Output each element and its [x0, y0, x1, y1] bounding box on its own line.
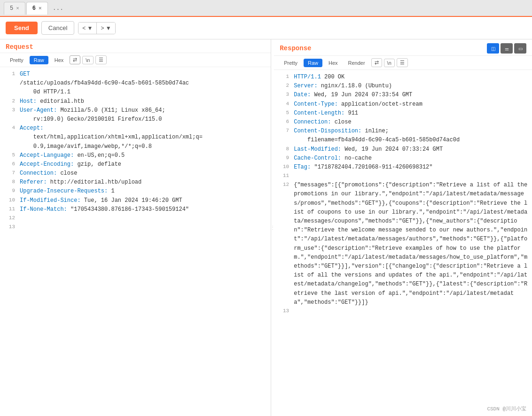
view-toggle: ◫ ⚌ ▭ [487, 43, 526, 54]
table-row: 1 GET /static/uploads/fb4a94dd-6c90-4ca5… [0, 70, 271, 97]
response-header: Response ◫ ⚌ ▭ [274, 39, 532, 56]
table-row: 12 {"messages":[{"promotions":{"descript… [274, 181, 532, 307]
send-button[interactable]: Send [6, 22, 38, 34]
response-raw-btn[interactable]: Raw [304, 59, 322, 67]
response-wrap-icon[interactable]: ⇄ [371, 58, 382, 67]
table-row: 5 Content-Length: 911 [274, 109, 532, 118]
table-row: 3 User-Agent: Mozilla/5.0 (X11; Linux x8… [0, 106, 271, 124]
cancel-button[interactable]: Cancel [41, 21, 74, 35]
tab-6-close[interactable]: × [39, 6, 42, 11]
nav-buttons: < ▼ > ▼ [78, 22, 115, 34]
tab-view-button[interactable]: ⚌ [501, 43, 513, 54]
request-newline-icon[interactable]: \n [82, 56, 93, 64]
table-row: 2 Host: editorial.htb [0, 97, 271, 106]
tab-5-label: 5 [10, 5, 13, 12]
split-view-icon: ◫ [491, 46, 495, 51]
table-row: 5 Accept-Language: en-US,en;q=0.5 [0, 151, 271, 160]
table-row: 13 [0, 223, 271, 232]
table-row: 9 Upgrade-Insecure-Requests: 1 [0, 187, 271, 196]
nav-prev-button[interactable]: < ▼ [78, 23, 97, 34]
tab-6[interactable]: 6 × [26, 2, 48, 15]
chevron-right-icon: > ▼ [101, 25, 111, 31]
request-content[interactable]: 1 GET /static/uploads/fb4a94dd-6c90-4ca5… [0, 67, 271, 416]
request-hex-btn[interactable]: Hex [50, 56, 68, 64]
table-row: 10 If-Modified-Since: Tue, 16 Jan 2024 1… [0, 196, 271, 205]
table-row: 3 Date: Wed, 19 Jun 2024 07:33:54 GMT [274, 91, 532, 100]
cache-control-line: 9 Cache-Control: no-cache [274, 154, 532, 163]
tab-5[interactable]: 5 × [4, 2, 25, 15]
response-newline-icon[interactable]: \n [384, 59, 395, 67]
table-row: 7 Content-Disposition: inline; filename=… [274, 127, 532, 145]
watermark: CSDN @川川小宝 [487, 405, 526, 412]
single-view-button[interactable]: ▭ [514, 43, 526, 54]
table-row: 6 Connection: close [274, 118, 532, 127]
tab-more[interactable]: ... [49, 2, 67, 15]
main-area: Request Pretty Raw Hex ⇄ \n ☰ 1 GET /sta… [0, 39, 532, 416]
table-row: 8 Referer: http://editorial.htb/upload [0, 178, 271, 187]
table-row: 11 If-None-Match: "1705434380.876186-173… [0, 205, 271, 214]
request-raw-btn[interactable]: Raw [30, 56, 48, 64]
response-hex-btn[interactable]: Hex [324, 59, 342, 67]
table-row: 7 Connection: close [0, 169, 271, 178]
request-format-bar: Pretty Raw Hex ⇄ \n ☰ [0, 53, 271, 67]
response-render-btn[interactable]: Render [344, 59, 369, 67]
tab-6-label: 6 [32, 5, 36, 12]
tab-bar: 5 × 6 × ... [0, 0, 532, 17]
request-menu-icon[interactable]: ☰ [95, 55, 107, 64]
response-panel: Response ◫ ⚌ ▭ Pretty Raw Hex Render ⇄ \… [274, 39, 532, 416]
table-row: 10 ETag: "1718782404.7201068-911-4260698… [274, 163, 532, 172]
request-pretty-btn[interactable]: Pretty [6, 56, 28, 64]
request-title: Request [6, 43, 33, 51]
table-row: 1 HTTP/1.1 200 OK [274, 73, 532, 82]
table-row: 6 Accept-Encoding: gzip, deflate [0, 160, 271, 169]
tab-5-close[interactable]: × [16, 6, 19, 11]
table-row: 8 Last-Modified: Wed, 19 Jun 2024 07:33:… [274, 145, 532, 154]
table-row: 4 Accept: text/html,application/xhtml+xm… [0, 124, 271, 151]
table-row: 12 [0, 214, 271, 223]
nav-next-button[interactable]: > ▼ [97, 23, 115, 34]
chevron-left-icon: < ▼ [82, 25, 93, 31]
table-row: 2 Server: nginx/1.18.0 (Ubuntu) [274, 82, 532, 91]
response-menu-icon[interactable]: ☰ [397, 58, 408, 67]
table-row: 13 [274, 307, 532, 316]
request-wrap-icon[interactable]: ⇄ [70, 55, 80, 64]
toolbar: Send Cancel < ▼ > ▼ [0, 17, 532, 39]
response-format-bar: Pretty Raw Hex Render ⇄ \n ☰ [274, 56, 532, 70]
request-header: Request [0, 39, 271, 53]
split-view-button[interactable]: ◫ [487, 43, 499, 54]
single-view-icon: ▭ [518, 46, 523, 51]
request-panel: Request Pretty Raw Hex ⇄ \n ☰ 1 GET /sta… [0, 39, 271, 416]
tab-view-icon: ⚌ [505, 46, 509, 51]
response-pretty-btn[interactable]: Pretty [280, 59, 302, 67]
table-row: 4 Content-Type: application/octet-stream [274, 100, 532, 109]
response-title: Response [280, 45, 311, 52]
response-content[interactable]: 1 HTTP/1.1 200 OK 2 Server: nginx/1.18.0… [274, 70, 532, 416]
table-row: 11 [274, 172, 532, 181]
